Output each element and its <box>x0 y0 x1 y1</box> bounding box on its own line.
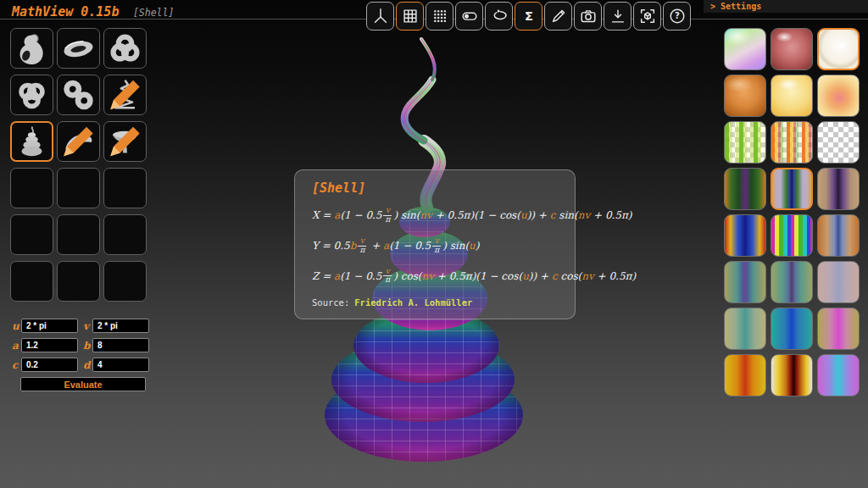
param-label-c: c <box>12 359 20 371</box>
toolbar-axes-button[interactable] <box>366 2 394 30</box>
texture-tile-tan-purple-stripes[interactable] <box>817 168 860 210</box>
shape-slot-empty[interactable] <box>10 214 53 255</box>
shape-slot-empty[interactable] <box>103 214 147 255</box>
texture-tile-transparent[interactable] <box>817 121 860 164</box>
help-icon: ? <box>668 7 687 25</box>
toolbar-toggle-button[interactable] <box>455 2 483 30</box>
toolbar-camera-button[interactable] <box>574 2 602 30</box>
toolbar-pencil-button[interactable] <box>544 2 572 30</box>
texture-tile-tan-teal[interactable] <box>724 308 766 350</box>
toolbar-download-button[interactable] <box>604 2 632 30</box>
shape-thumb-trumpet[interactable] <box>103 121 147 162</box>
texture-tile-warm-glow[interactable] <box>817 75 860 117</box>
figure-eight-knot-icon <box>58 75 99 114</box>
toolbar-orbit-button[interactable] <box>485 2 513 30</box>
mobius-ring-icon <box>58 29 99 68</box>
texture-tile-magenta-cyan[interactable] <box>817 354 860 396</box>
toolbar-help-button[interactable]: ? <box>663 2 691 30</box>
formula-list: X = a(1 − 0.5vπ) sin(nv + 0.5π)(1 − cos(… <box>312 207 558 285</box>
source-line: Source:Friedrich A. Lohmüller <box>312 297 558 308</box>
texture-tile-olive-teal-purple[interactable] <box>724 261 766 303</box>
torus-knot-icon <box>11 75 53 114</box>
texture-tile-red-gloss[interactable] <box>771 28 813 70</box>
settings-bar[interactable]: > Settings <box>704 0 868 13</box>
formula-panel: [Shell] X = a(1 − 0.5vπ) sin(nv + 0.5π)(… <box>294 169 576 319</box>
camera-icon <box>579 7 598 25</box>
shape-thumb-mobius-ring[interactable] <box>57 28 100 69</box>
shape-slot-empty[interactable] <box>57 168 100 208</box>
evaluate-button[interactable]: Evaluate <box>20 377 146 391</box>
texture-tile-gold-gloss[interactable] <box>771 75 813 117</box>
param-label-v: v <box>83 320 92 332</box>
app-subtitle: [Shell] <box>133 7 174 19</box>
toolbar-sigma-button[interactable]: Σ <box>515 2 542 30</box>
texture-tile-olive-teal-violet[interactable] <box>771 261 813 303</box>
settings-label: > Settings <box>710 2 761 11</box>
axes-icon <box>371 7 390 25</box>
shape-thumb-torus-knot[interactable] <box>10 75 53 115</box>
texture-tile-green-stripes-alpha[interactable] <box>724 121 766 164</box>
texture-tile-primary-stripes[interactable] <box>724 214 766 257</box>
formula-x: X = a(1 − 0.5vπ) sin(nv + 0.5π)(1 − cos(… <box>312 207 558 225</box>
source-author-link[interactable]: Friedrich A. Lohmüller <box>354 297 472 308</box>
shape-thumb-spiral-tree[interactable] <box>103 75 147 115</box>
param-input-u[interactable] <box>21 319 78 333</box>
shape-thumb-klein-bottle[interactable] <box>10 28 53 69</box>
shape-thumb-figure-eight-knot[interactable] <box>57 75 100 115</box>
shape-slot-empty[interactable] <box>10 261 53 302</box>
shape-thumb-trefoil-knot[interactable] <box>103 28 147 69</box>
texture-tile-teal-blue[interactable] <box>771 308 813 350</box>
formula-panel-title: [Shell] <box>312 180 558 196</box>
param-row: uv <box>12 319 147 333</box>
shape-slot-empty[interactable] <box>57 214 100 255</box>
texture-tile-olive-magenta[interactable] <box>817 308 860 350</box>
param-row: cd <box>12 358 147 372</box>
dot-grid-icon <box>431 7 449 25</box>
toolbar-grid-button[interactable] <box>396 2 424 30</box>
texture-tile-orange-stripes-alpha[interactable] <box>771 121 813 164</box>
texture-tile-forest-purple-stripes[interactable] <box>724 168 766 210</box>
texture-tile-yellow-red[interactable] <box>724 354 766 396</box>
texture-tile-orange-gloss[interactable] <box>724 75 766 117</box>
texture-tile-rainbow-stripes[interactable] <box>771 214 813 257</box>
param-input-b[interactable] <box>92 338 149 352</box>
param-input-d[interactable] <box>92 358 149 372</box>
titlebar: MathView 0.15b [Shell] <box>12 4 174 19</box>
param-input-a[interactable] <box>21 338 78 352</box>
param-label-a: a <box>12 340 20 352</box>
formula-z: Z = a(1 − 0.5vπ) cos(nv + 0.5π)(1 − cos(… <box>312 268 558 286</box>
param-label-d: d <box>83 359 92 371</box>
param-input-v[interactable] <box>92 319 149 333</box>
edit-pencil-icon <box>104 75 146 114</box>
cube-scan-icon <box>638 7 657 25</box>
texture-tile-rose-gray[interactable] <box>817 261 860 303</box>
shape-thumb-dome-cap[interactable] <box>57 121 100 162</box>
trefoil-knot-icon <box>104 29 146 68</box>
param-input-c[interactable] <box>21 358 78 372</box>
svg-text:?: ? <box>675 11 680 20</box>
texture-tile-bubble[interactable] <box>817 28 860 70</box>
toolbar: Σ? <box>366 2 691 30</box>
texture-tile-copper-blue-stripes[interactable] <box>817 214 860 257</box>
edit-pencil-icon <box>58 122 99 161</box>
sigma-icon: Σ <box>520 7 538 25</box>
shape-slot-empty[interactable] <box>57 261 100 302</box>
shape-slot-empty[interactable] <box>103 168 147 208</box>
texture-tile-pastel-gloss[interactable] <box>724 28 766 70</box>
param-label-b: b <box>83 340 92 352</box>
shape-slot-empty[interactable] <box>10 168 53 208</box>
shell-icon <box>12 123 52 160</box>
pencil-icon <box>549 7 568 25</box>
shape-thumb-shell[interactable] <box>10 121 53 162</box>
parameter-panel: uvabcdEvaluate <box>12 319 147 391</box>
grid-icon <box>401 7 420 25</box>
svg-text:Σ: Σ <box>524 8 532 23</box>
toolbar-dot-grid-button[interactable] <box>426 2 453 30</box>
download-icon <box>609 7 627 25</box>
edit-pencil-icon <box>104 122 146 161</box>
texture-tile-lavender-navy-stripes[interactable] <box>771 168 813 210</box>
texture-library <box>724 28 860 396</box>
toolbar-cube-scan-button[interactable] <box>633 2 661 30</box>
shape-slot-empty[interactable] <box>103 261 147 302</box>
texture-tile-fire-dark[interactable] <box>771 354 813 396</box>
